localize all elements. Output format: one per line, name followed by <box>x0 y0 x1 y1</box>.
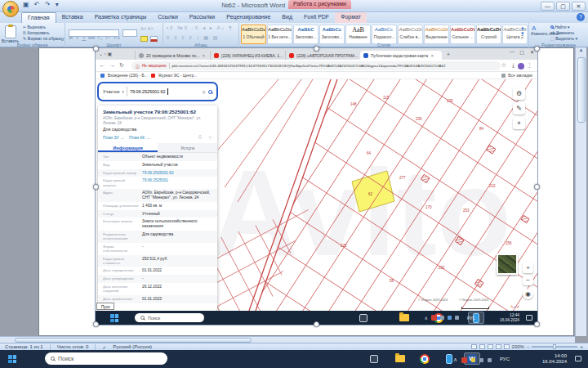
clock[interactable]: 12:4416.04.2024 <box>500 313 519 322</box>
map-info-button[interactable]: ◉ <box>523 289 533 299</box>
explorer-button[interactable] <box>392 352 408 365</box>
reload-icon[interactable]: ↻ <box>119 62 124 69</box>
notification-icon[interactable] <box>526 315 532 321</box>
close-button[interactable]: ✕ <box>572 2 586 11</box>
view-draft-icon[interactable] <box>504 344 510 349</box>
zoom-slider[interactable] <box>532 346 577 348</box>
vertical-scrollbar[interactable]: ▲ <box>575 47 586 336</box>
forward-icon[interactable]: → <box>109 62 115 68</box>
copy-button[interactable]: ⎘ Копировать <box>23 30 49 36</box>
tab-recenzirovanie[interactable]: Рецензирование <box>220 12 276 23</box>
tab-rassylki[interactable]: Рассылки <box>184 12 220 23</box>
view-fullscreen-icon[interactable] <box>479 344 485 349</box>
tray-icons[interactable]: ∧ <box>425 315 459 321</box>
font-style-buttons[interactable]: Ж К Ч ab x₂ x² Aa <box>69 35 121 41</box>
all-bookmarks[interactable]: Все закладки <box>501 74 532 78</box>
cadastral-quarter-link[interactable]: 79:06:2525001 <box>142 178 212 187</box>
style-chip[interactable]: AaBbCcDc1 Без инте... <box>267 25 292 44</box>
paste-icon[interactable] <box>5 25 16 38</box>
tab-services[interactable]: Услуги <box>158 143 217 152</box>
menu-kebab-icon[interactable]: ⋮ <box>527 62 532 69</box>
zoom-in-button[interactable]: + <box>523 263 533 273</box>
resize-handle[interactable] <box>93 184 99 190</box>
minimap[interactable] <box>497 254 518 275</box>
bookmark-item[interactable]: Вхождение (236) - Б... <box>108 74 148 78</box>
word-count[interactable]: Число слов: 0 <box>57 344 89 349</box>
resize-handle[interactable] <box>534 184 540 190</box>
bookmark-star-icon[interactable]: ☆ <box>501 62 506 69</box>
list-indent-buttons[interactable]: •≡ №≡ ◦≡ ◂ ▸ А↓ ¶ <box>167 25 233 31</box>
browser-tab-active[interactable]: Публичная кадастровая карта✕ <box>360 51 442 60</box>
tab-razmetka[interactable]: Разметка страницы <box>89 12 153 23</box>
clock[interactable]: 14:0016.04.2024 <box>542 353 567 365</box>
explorer-button[interactable] <box>396 312 412 324</box>
task-view-button[interactable] <box>366 352 382 365</box>
office-button[interactable] <box>2 1 19 17</box>
resize-handle[interactable] <box>93 321 99 327</box>
style-chip[interactable]: AaBbCcDc1 Обычный <box>241 25 266 44</box>
address-bar[interactable]: ⓘ Не защищено pkk.rosreestr.ru/#/search/… <box>131 61 501 70</box>
style-chip[interactable]: AaBbCc.Подзагол... <box>372 25 397 44</box>
zoom-in-icon[interactable]: + <box>580 344 583 349</box>
map-layers-button[interactable]: ⚙ <box>513 88 525 100</box>
close-tab-icon[interactable]: ✕ <box>202 53 205 58</box>
tab-glavnaya[interactable]: Главная <box>21 12 56 23</box>
map-edit-icons[interactable]: ✎+✐ <box>510 304 519 309</box>
plan-kk-link[interactable]: План КК → <box>129 135 150 140</box>
star-icon[interactable]: ☆ <box>208 135 212 140</box>
url-text[interactable]: pkk.rosreestr.ru/#/search/46.46834125537… <box>172 64 446 68</box>
help-icon[interactable]: ? <box>577 13 585 21</box>
style-chip[interactable]: AaBbCcDtВыделение <box>424 25 449 44</box>
browser-tab[interactable]: (228) УКРАИНЕЦ ИЗ КИЕВА, 1...✕ <box>210 51 285 60</box>
zoom-slider-knob[interactable] <box>553 344 556 349</box>
map-measure-button[interactable]: ✎ <box>513 102 525 114</box>
zoom-out-button[interactable]: − <box>523 275 533 285</box>
horizontal-scrollbar[interactable] <box>0 336 575 343</box>
cadastral-number-link[interactable]: 79:06:2525001:62 <box>142 171 212 176</box>
highlight-color-button[interactable] <box>140 36 148 42</box>
style-chip[interactable]: АаВНазвание <box>345 25 371 44</box>
select-button[interactable]: ⬚ Выделить ▾ <box>550 36 577 42</box>
search-box[interactable]: Поиск <box>135 313 204 322</box>
tab-foxit[interactable]: Foxit PDF <box>298 12 335 23</box>
view-outline-icon[interactable] <box>496 344 501 349</box>
tab-ssylki[interactable]: Ссылки <box>152 12 184 23</box>
browser-tab[interactable]: 20 проведено в Москве по...✕ <box>135 51 210 60</box>
grow-shrink-font-icons[interactable]: A˄ A˅ <box>140 26 154 32</box>
browser-tab[interactable]: (228) «АВТОРСКАЯ ПРОГРАМ...✕ <box>285 51 360 60</box>
cut-button[interactable]: ✂ Вырезать <box>23 25 46 30</box>
view-web-icon[interactable] <box>488 344 493 349</box>
replace-button[interactable]: ab Заменить <box>550 30 574 36</box>
spellcheck-icon[interactable]: ✓ <box>102 344 106 350</box>
chrome-button[interactable] <box>416 352 433 365</box>
notification-icon[interactable] <box>575 356 581 361</box>
task-view-button[interactable] <box>355 312 372 324</box>
tray-expand-icon[interactable]: ∧ <box>425 315 428 321</box>
search-input[interactable]: 79:06:2525001:62 <box>130 89 165 94</box>
browser-close-icon[interactable]: ✕ <box>530 49 534 55</box>
back-icon[interactable]: ← <box>100 62 105 68</box>
pen-icon[interactable]: ✐ <box>516 304 519 309</box>
tab-search-icon[interactable]: ⌄ ▫ ▣ <box>99 51 112 56</box>
maximize-button[interactable]: ▢ <box>556 2 570 11</box>
close-tab-icon[interactable]: ✕ <box>430 53 434 58</box>
search-category-dropdown[interactable]: Участок <box>103 89 119 94</box>
gallery-scroll-buttons[interactable]: ▴▾ <box>521 25 524 36</box>
language-indicator[interactable]: РУС <box>500 357 510 361</box>
tab-vstavka[interactable]: Вставка <box>56 12 89 23</box>
resize-handle[interactable] <box>534 46 540 52</box>
plan-zu-link[interactable]: План ЗУ → <box>103 135 124 140</box>
font-color-button[interactable] <box>150 36 158 42</box>
scrollbar-thumb[interactable] <box>577 57 586 123</box>
view-print-layout-icon[interactable] <box>471 344 477 349</box>
tray-icons[interactable]: ∧ <box>453 357 492 363</box>
tab-format[interactable]: Формат <box>335 12 367 23</box>
pkk-search-widget[interactable]: Участок ▾ 79:06:2525001:62 ✕ <box>97 82 218 101</box>
align-buttons[interactable]: ≡ ≡ ≡ ≡ ↕ ▦ ▨ <box>167 35 219 41</box>
find-button[interactable]: Найти ▾ <box>550 25 570 30</box>
clear-search-icon[interactable]: ✕ <box>202 89 206 95</box>
embedded-screenshot[interactable]: ⌄ ▫ ▣ 20 проведено в Москве по...✕ (228)… <box>96 48 537 325</box>
resize-handle[interactable] <box>314 46 319 52</box>
format-painter-button[interactable]: ✎ Формат по образцу <box>23 36 64 42</box>
language-indicator[interactable]: РУС <box>467 316 475 321</box>
